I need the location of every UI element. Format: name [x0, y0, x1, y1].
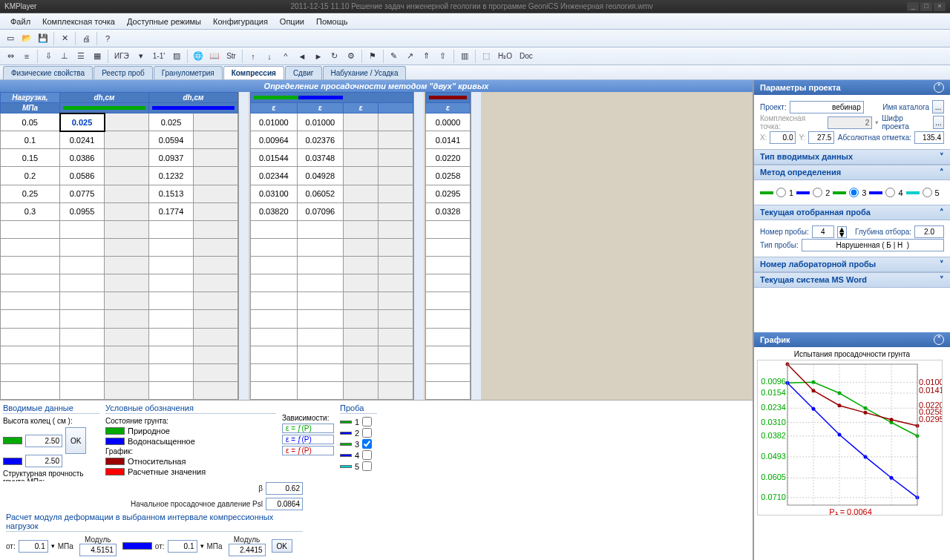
spin-down[interactable]: ▼ [838, 232, 846, 237]
tool-b-icon[interactable]: ≡ [19, 49, 34, 64]
svg-point-41 [838, 403, 842, 407]
collapse-icon[interactable]: ˄ [934, 82, 944, 93]
modulus-ok-button[interactable]: OK [272, 539, 292, 553]
x-input[interactable] [770, 131, 796, 144]
gear-icon[interactable]: ⚙ [344, 49, 358, 64]
tab-shear[interactable]: Сдвиг [285, 66, 322, 79]
up-icon[interactable]: ↑ [246, 49, 261, 64]
globe-icon[interactable]: 🌐 [191, 49, 206, 64]
open-icon[interactable]: 📂 [19, 31, 34, 46]
menu-complexpoint[interactable]: Комплексная точка [36, 16, 121, 27]
chevron-icon[interactable]: ˄ [940, 208, 944, 217]
new-icon[interactable]: ▭ [3, 31, 18, 46]
sample-type-input[interactable] [802, 239, 944, 251]
menu-help[interactable]: Помощь [310, 16, 354, 27]
method-radio-4[interactable] [885, 188, 895, 197]
ring-h1-input[interactable] [25, 435, 62, 447]
catalog-browse-button[interactable]: ... [932, 100, 944, 113]
tool-bars-icon[interactable]: ⬚ [479, 49, 494, 64]
sample-cb-5[interactable] [362, 461, 372, 471]
legend-calc: Расчетные значения [128, 467, 206, 476]
dependencies-label: Зависимости: [282, 414, 334, 422]
ige-label[interactable]: ИГЭ [111, 52, 132, 60]
project-input[interactable] [790, 101, 864, 113]
book-icon[interactable]: 📖 [207, 49, 222, 64]
y-label: Y: [799, 134, 805, 142]
minimize-button[interactable]: _ [907, 2, 919, 11]
tool-under-icon[interactable]: ⊥ [57, 49, 72, 64]
dropdown-icon[interactable]: ▾ [134, 49, 148, 64]
close-button[interactable]: × [934, 2, 946, 11]
doc-label[interactable]: Doc [517, 52, 536, 60]
tool-z-icon[interactable]: ⇧ [436, 49, 451, 64]
dep3[interactable]: ε = ƒ(P) [282, 446, 334, 455]
tab-registry[interactable]: Реестр проб [94, 66, 153, 79]
tool-x-icon[interactable]: ↗ [403, 49, 418, 64]
abs-label: Абсолютная отметка: [838, 134, 911, 142]
pencil-icon[interactable]: ✎ [387, 49, 402, 64]
tool-list-icon[interactable]: ☰ [73, 49, 88, 64]
y-input[interactable] [808, 131, 834, 144]
tab-physical[interactable]: Физические свойства [3, 66, 93, 79]
h2o-label[interactable]: H₂O [495, 52, 515, 60]
chevron-icon[interactable]: ˅ [940, 152, 944, 162]
tool-grid-icon[interactable]: ▦ [90, 49, 105, 64]
mod2-input[interactable] [229, 544, 266, 556]
tab-compression[interactable]: Компрессия [223, 66, 284, 79]
beta-input[interactable] [266, 482, 303, 495]
ring-ok-button[interactable]: OK [65, 427, 86, 454]
next-icon[interactable]: ► [311, 49, 326, 64]
sample-cb-2[interactable] [362, 428, 372, 438]
delete-icon[interactable]: ✕ [57, 31, 72, 46]
depth-input[interactable] [914, 225, 944, 238]
sample-cb-3[interactable] [362, 439, 372, 449]
from2-input[interactable] [168, 540, 197, 553]
mod1-input[interactable] [79, 544, 117, 556]
abs-input[interactable] [914, 131, 944, 144]
psl-input[interactable] [266, 498, 303, 510]
tool-down-icon[interactable]: ⇩ [41, 49, 56, 64]
collapse-icon[interactable]: ˄ [934, 335, 944, 345]
tab-swell[interactable]: Набухание / Усадка [323, 66, 407, 79]
tool-hatch-icon[interactable]: ▨ [169, 49, 184, 64]
dep1[interactable]: ε = ƒ(P) [282, 424, 334, 433]
table-eps: ε ε ε 0.010000.010000.009640.023760.0154… [250, 92, 413, 400]
scrollbar-v-1[interactable] [238, 92, 249, 400]
menu-file[interactable]: Файл [4, 16, 36, 27]
cipher-browse-button[interactable]: ... [933, 116, 944, 129]
chevron-icon[interactable]: ˄ [940, 168, 944, 177]
method-radio-5[interactable] [923, 188, 932, 197]
chevron-icon[interactable]: ˅ [940, 260, 944, 269]
from1-input[interactable] [19, 540, 48, 553]
menu-options[interactable]: Опции [274, 16, 310, 27]
dep2[interactable]: ε = ƒ(P) [282, 435, 334, 444]
str-label[interactable]: Str [223, 52, 239, 60]
method-radio-1[interactable] [776, 188, 786, 197]
prev-icon[interactable]: ◄ [295, 49, 309, 64]
down-icon[interactable]: ↓ [262, 49, 277, 64]
tab-granulometry[interactable]: Гранулометрия [154, 66, 223, 79]
sample-num-input[interactable] [812, 225, 834, 238]
help-icon[interactable]: ? [100, 31, 115, 46]
method-radio-2[interactable] [813, 188, 822, 197]
sample-cb-1[interactable] [362, 417, 372, 426]
flag-icon[interactable]: ⚑ [365, 49, 380, 64]
save-icon[interactable]: 💾 [36, 31, 50, 46]
ratio-label[interactable]: 1-1' [150, 52, 168, 60]
sample-cb-4[interactable] [362, 450, 372, 460]
menu-modes[interactable]: Доступные режимы [121, 16, 207, 27]
refresh-icon[interactable]: ↻ [327, 49, 342, 64]
ring-h2-input[interactable] [25, 455, 62, 467]
scrollbar-v-3[interactable] [471, 92, 481, 400]
maximize-button[interactable]: □ [920, 2, 932, 11]
tool-y-icon[interactable]: ⇑ [419, 49, 434, 64]
menu-config[interactable]: Конфигурация [207, 16, 274, 27]
print-icon[interactable]: 🖨 [79, 31, 94, 46]
scrollbar-v-2[interactable] [413, 92, 424, 400]
svg-text:0.0141: 0.0141 [919, 386, 943, 395]
method-radio-3[interactable] [849, 188, 859, 197]
tool-a-icon[interactable]: ⇔ [3, 49, 18, 64]
tool-w-icon[interactable]: ▥ [457, 49, 472, 64]
chevron-icon[interactable]: ˅ [940, 275, 944, 285]
caret-icon[interactable]: ^ [278, 49, 293, 64]
